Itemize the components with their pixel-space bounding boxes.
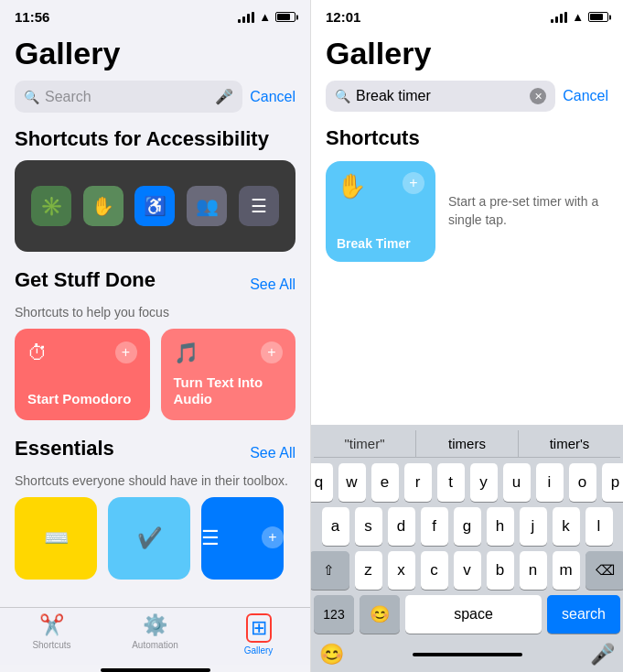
accessibility-banner[interactable]: ✳️ ✋ ♿ 👥 ☰ xyxy=(15,160,295,252)
list-icon: ☰ xyxy=(201,526,220,550)
key-h[interactable]: h xyxy=(487,507,514,546)
key-v[interactable]: v xyxy=(454,551,481,590)
pomodoro-icon: ⏱ xyxy=(27,341,48,365)
right-search-input-wrapper[interactable]: 🔍 Break timer ✕ xyxy=(326,81,555,112)
left-search-input-wrapper[interactable]: 🔍 Search 🎤 xyxy=(15,81,242,113)
gallery-tab-label: Gallery xyxy=(244,645,274,656)
numbers-key[interactable]: 123 xyxy=(314,595,354,634)
key-f[interactable]: f xyxy=(421,507,448,546)
turn-text-audio-card[interactable]: 🎵 + Turn Text Into Audio xyxy=(161,329,296,420)
audio-add-button[interactable]: + xyxy=(261,341,283,363)
clear-search-button[interactable]: ✕ xyxy=(530,88,546,104)
key-n[interactable]: n xyxy=(520,551,547,590)
tab-gallery[interactable]: ⊞ Gallery xyxy=(207,613,310,656)
shortcuts-results-title: Shortcuts xyxy=(326,126,608,150)
key-b[interactable]: b xyxy=(487,551,514,590)
key-x[interactable]: x xyxy=(388,551,415,590)
predictive-timer-quoted[interactable]: "timer" xyxy=(314,430,416,457)
key-p[interactable]: p xyxy=(602,463,624,502)
essentials-card-3[interactable]: ☰ + xyxy=(201,497,284,580)
essentials-see-all[interactable]: See All xyxy=(250,445,295,461)
key-t[interactable]: t xyxy=(437,463,465,502)
left-page-content: Gallery 🔍 Search 🎤 Cancel Shortcuts for … xyxy=(0,28,310,607)
keyboard-emoji-icon[interactable]: 😊 xyxy=(319,643,344,667)
key-g[interactable]: g xyxy=(454,507,481,546)
key-d[interactable]: d xyxy=(388,507,415,546)
key-w[interactable]: w xyxy=(338,463,366,502)
essentials-card-2[interactable]: ✔️ xyxy=(108,497,190,580)
start-pomodoro-card[interactable]: ⏱ + Start Pomodoro xyxy=(15,329,150,420)
predictive-timers-apostrophe[interactable]: timer's xyxy=(519,430,620,457)
shortcuts-tab-label: Shortcuts xyxy=(32,640,70,650)
key-s[interactable]: s xyxy=(355,507,382,546)
break-timer-add-button[interactable]: + xyxy=(403,172,424,194)
acc-icon-2: ✋ xyxy=(83,186,124,226)
left-home-indicator xyxy=(101,668,210,672)
right-search-value: Break timer xyxy=(356,88,524,104)
left-phone: 11:56 ▲ Gallery 🔍 Search 🎤 Cancel Shortc… xyxy=(0,0,311,672)
keyboard[interactable]: "timer" timers timer's q w e r t y u i o… xyxy=(311,425,623,672)
predictive-timers[interactable]: timers xyxy=(416,430,519,457)
get-stuff-done-title: Get Stuff Done xyxy=(15,268,156,292)
key-a[interactable]: a xyxy=(322,507,349,546)
left-cancel-button[interactable]: Cancel xyxy=(250,89,295,105)
pomodoro-label: Start Pomodoro xyxy=(27,391,137,407)
tab-shortcuts[interactable]: ✂️ Shortcuts xyxy=(0,613,103,656)
gallery-tab-icon: ⊞ xyxy=(251,616,267,639)
key-u[interactable]: u xyxy=(503,463,531,502)
emoji-key[interactable]: 😊 xyxy=(360,595,400,634)
key-c[interactable]: c xyxy=(421,551,448,590)
right-phone: 12:01 ▲ Gallery 🔍 Break timer ✕ Cancel S… xyxy=(311,0,623,672)
delete-key[interactable]: ⌫ xyxy=(585,551,624,590)
essentials-add-button[interactable]: + xyxy=(262,526,284,548)
keyboard-mic-icon[interactable]: 🎤 xyxy=(590,643,615,667)
pomodoro-add-button[interactable]: + xyxy=(115,341,137,363)
key-z[interactable]: z xyxy=(355,551,382,590)
signal-icon xyxy=(238,12,254,23)
acc-icon-accessibility: ♿ xyxy=(134,186,175,226)
essentials-header: Essentials See All xyxy=(15,437,295,470)
hand-icon: ✋ xyxy=(337,172,366,201)
shortcuts-tab-icon: ✂️ xyxy=(39,613,64,637)
keyboard-row-2: a s d f g h j k l xyxy=(314,507,620,546)
right-signal-icon xyxy=(551,12,567,23)
left-page-title: Gallery xyxy=(15,28,295,81)
get-stuff-done-see-all[interactable]: See All xyxy=(250,276,295,293)
result-row: ✋ + Break Timer Start a pre-set timer wi… xyxy=(326,161,608,262)
break-timer-card[interactable]: ✋ + Break Timer xyxy=(326,161,435,262)
key-l[interactable]: l xyxy=(585,507,613,546)
acc-icon-people: 👥 xyxy=(187,186,227,226)
left-search-bar[interactable]: 🔍 Search 🎤 Cancel xyxy=(15,81,295,113)
key-i[interactable]: i xyxy=(536,463,564,502)
get-stuff-done-header: Get Stuff Done See All xyxy=(15,268,295,301)
space-key[interactable]: space xyxy=(405,595,542,634)
right-home-indicator xyxy=(413,653,522,656)
essentials-card-1[interactable]: ⌨️ xyxy=(15,497,97,580)
key-o[interactable]: o xyxy=(569,463,596,502)
key-m[interactable]: m xyxy=(553,551,580,590)
right-search-bar[interactable]: 🔍 Break timer ✕ Cancel xyxy=(326,81,608,112)
mic-icon[interactable]: 🎤 xyxy=(215,88,233,105)
right-cancel-button[interactable]: Cancel xyxy=(563,88,608,104)
tab-automation[interactable]: ⚙️ Automation xyxy=(103,613,207,656)
key-q[interactable]: q xyxy=(311,463,333,502)
right-wifi-icon: ▲ xyxy=(572,10,584,24)
break-timer-label: Break Timer xyxy=(337,236,424,251)
key-e[interactable]: e xyxy=(371,463,399,502)
keyboard-row-4: 123 😊 space search xyxy=(314,595,620,634)
break-timer-description: Start a pre-set timer with a single tap. xyxy=(448,193,608,229)
left-status-bar: 11:56 ▲ xyxy=(0,0,310,28)
gallery-tab-box: ⊞ xyxy=(246,613,272,643)
right-status-bar: 12:01 ▲ xyxy=(311,0,623,28)
right-search-icon: 🔍 xyxy=(335,89,350,103)
search-icon: 🔍 xyxy=(24,90,39,104)
shortcut-cards-row: ⏱ + Start Pomodoro 🎵 + Turn Text Into Au… xyxy=(15,329,295,420)
key-k[interactable]: k xyxy=(553,507,580,546)
key-j[interactable]: j xyxy=(520,507,547,546)
key-y[interactable]: y xyxy=(470,463,498,502)
predictive-bar[interactable]: "timer" timers timer's xyxy=(314,430,620,458)
key-r[interactable]: r xyxy=(404,463,432,502)
search-key[interactable]: search xyxy=(547,595,620,634)
keyboard-bottom-row: 😊 🎤 xyxy=(314,639,620,668)
shift-key[interactable]: ⇧ xyxy=(311,551,349,590)
